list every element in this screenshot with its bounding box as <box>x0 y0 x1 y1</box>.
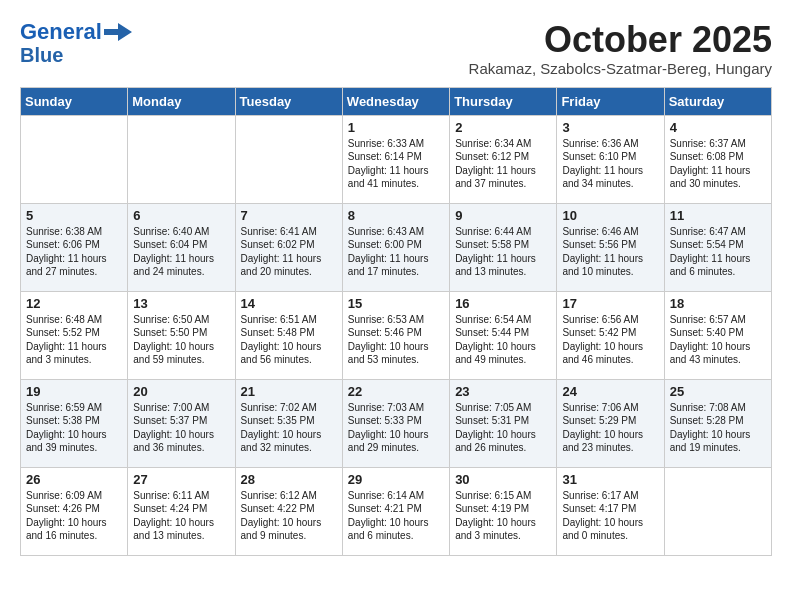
day-info: Sunrise: 7:03 AM Sunset: 5:33 PM Dayligh… <box>348 401 444 455</box>
calendar-cell <box>21 115 128 203</box>
day-info: Sunrise: 6:15 AM Sunset: 4:19 PM Dayligh… <box>455 489 551 543</box>
calendar-cell: 6Sunrise: 6:40 AM Sunset: 6:04 PM Daylig… <box>128 203 235 291</box>
day-number: 3 <box>562 120 658 135</box>
day-info: Sunrise: 6:12 AM Sunset: 4:22 PM Dayligh… <box>241 489 337 543</box>
day-number: 4 <box>670 120 766 135</box>
day-info: Sunrise: 7:06 AM Sunset: 5:29 PM Dayligh… <box>562 401 658 455</box>
calendar-cell: 23Sunrise: 7:05 AM Sunset: 5:31 PM Dayli… <box>450 379 557 467</box>
logo-blue: Blue <box>20 44 63 66</box>
day-info: Sunrise: 6:47 AM Sunset: 5:54 PM Dayligh… <box>670 225 766 279</box>
day-info: Sunrise: 6:50 AM Sunset: 5:50 PM Dayligh… <box>133 313 229 367</box>
calendar-table: SundayMondayTuesdayWednesdayThursdayFrid… <box>20 87 772 556</box>
day-number: 9 <box>455 208 551 223</box>
logo-icon <box>104 23 132 41</box>
calendar-cell: 2Sunrise: 6:34 AM Sunset: 6:12 PM Daylig… <box>450 115 557 203</box>
day-info: Sunrise: 7:00 AM Sunset: 5:37 PM Dayligh… <box>133 401 229 455</box>
weekday-header-tuesday: Tuesday <box>235 87 342 115</box>
calendar-cell: 11Sunrise: 6:47 AM Sunset: 5:54 PM Dayli… <box>664 203 771 291</box>
day-number: 16 <box>455 296 551 311</box>
calendar-cell: 27Sunrise: 6:11 AM Sunset: 4:24 PM Dayli… <box>128 467 235 555</box>
svg-marker-0 <box>104 23 132 41</box>
title-block: October 2025 Rakamaz, Szabolcs-Szatmar-B… <box>469 20 772 77</box>
day-info: Sunrise: 6:36 AM Sunset: 6:10 PM Dayligh… <box>562 137 658 191</box>
month-title: October 2025 <box>469 20 772 60</box>
calendar-cell: 13Sunrise: 6:50 AM Sunset: 5:50 PM Dayli… <box>128 291 235 379</box>
calendar-cell <box>235 115 342 203</box>
day-info: Sunrise: 6:38 AM Sunset: 6:06 PM Dayligh… <box>26 225 122 279</box>
calendar-cell: 24Sunrise: 7:06 AM Sunset: 5:29 PM Dayli… <box>557 379 664 467</box>
calendar-cell: 28Sunrise: 6:12 AM Sunset: 4:22 PM Dayli… <box>235 467 342 555</box>
page-header: General Blue October 2025 Rakamaz, Szabo… <box>20 20 772 77</box>
day-number: 25 <box>670 384 766 399</box>
day-number: 29 <box>348 472 444 487</box>
day-info: Sunrise: 6:43 AM Sunset: 6:00 PM Dayligh… <box>348 225 444 279</box>
day-info: Sunrise: 6:57 AM Sunset: 5:40 PM Dayligh… <box>670 313 766 367</box>
day-info: Sunrise: 6:37 AM Sunset: 6:08 PM Dayligh… <box>670 137 766 191</box>
day-info: Sunrise: 6:56 AM Sunset: 5:42 PM Dayligh… <box>562 313 658 367</box>
day-info: Sunrise: 6:11 AM Sunset: 4:24 PM Dayligh… <box>133 489 229 543</box>
day-number: 8 <box>348 208 444 223</box>
day-info: Sunrise: 6:46 AM Sunset: 5:56 PM Dayligh… <box>562 225 658 279</box>
day-info: Sunrise: 6:33 AM Sunset: 6:14 PM Dayligh… <box>348 137 444 191</box>
calendar-cell: 10Sunrise: 6:46 AM Sunset: 5:56 PM Dayli… <box>557 203 664 291</box>
day-number: 21 <box>241 384 337 399</box>
day-info: Sunrise: 6:51 AM Sunset: 5:48 PM Dayligh… <box>241 313 337 367</box>
weekday-header-sunday: Sunday <box>21 87 128 115</box>
day-number: 24 <box>562 384 658 399</box>
weekday-header-thursday: Thursday <box>450 87 557 115</box>
calendar-cell: 26Sunrise: 6:09 AM Sunset: 4:26 PM Dayli… <box>21 467 128 555</box>
calendar-cell: 3Sunrise: 6:36 AM Sunset: 6:10 PM Daylig… <box>557 115 664 203</box>
calendar-cell: 25Sunrise: 7:08 AM Sunset: 5:28 PM Dayli… <box>664 379 771 467</box>
day-number: 12 <box>26 296 122 311</box>
weekday-header-wednesday: Wednesday <box>342 87 449 115</box>
day-number: 22 <box>348 384 444 399</box>
calendar-cell <box>128 115 235 203</box>
calendar-cell: 22Sunrise: 7:03 AM Sunset: 5:33 PM Dayli… <box>342 379 449 467</box>
day-info: Sunrise: 6:44 AM Sunset: 5:58 PM Dayligh… <box>455 225 551 279</box>
weekday-header-monday: Monday <box>128 87 235 115</box>
day-info: Sunrise: 6:34 AM Sunset: 6:12 PM Dayligh… <box>455 137 551 191</box>
day-info: Sunrise: 6:59 AM Sunset: 5:38 PM Dayligh… <box>26 401 122 455</box>
day-number: 10 <box>562 208 658 223</box>
day-info: Sunrise: 7:02 AM Sunset: 5:35 PM Dayligh… <box>241 401 337 455</box>
day-number: 6 <box>133 208 229 223</box>
day-number: 1 <box>348 120 444 135</box>
day-number: 20 <box>133 384 229 399</box>
calendar-cell: 20Sunrise: 7:00 AM Sunset: 5:37 PM Dayli… <box>128 379 235 467</box>
day-number: 23 <box>455 384 551 399</box>
calendar-cell: 17Sunrise: 6:56 AM Sunset: 5:42 PM Dayli… <box>557 291 664 379</box>
day-number: 5 <box>26 208 122 223</box>
day-number: 15 <box>348 296 444 311</box>
day-number: 30 <box>455 472 551 487</box>
calendar-cell: 29Sunrise: 6:14 AM Sunset: 4:21 PM Dayli… <box>342 467 449 555</box>
calendar-cell: 15Sunrise: 6:53 AM Sunset: 5:46 PM Dayli… <box>342 291 449 379</box>
calendar-cell: 4Sunrise: 6:37 AM Sunset: 6:08 PM Daylig… <box>664 115 771 203</box>
calendar-cell: 9Sunrise: 6:44 AM Sunset: 5:58 PM Daylig… <box>450 203 557 291</box>
calendar-cell: 7Sunrise: 6:41 AM Sunset: 6:02 PM Daylig… <box>235 203 342 291</box>
day-info: Sunrise: 7:08 AM Sunset: 5:28 PM Dayligh… <box>670 401 766 455</box>
day-number: 19 <box>26 384 122 399</box>
day-number: 31 <box>562 472 658 487</box>
day-number: 11 <box>670 208 766 223</box>
calendar-cell: 18Sunrise: 6:57 AM Sunset: 5:40 PM Dayli… <box>664 291 771 379</box>
day-info: Sunrise: 6:40 AM Sunset: 6:04 PM Dayligh… <box>133 225 229 279</box>
calendar-cell: 21Sunrise: 7:02 AM Sunset: 5:35 PM Dayli… <box>235 379 342 467</box>
weekday-header-saturday: Saturday <box>664 87 771 115</box>
calendar-cell: 12Sunrise: 6:48 AM Sunset: 5:52 PM Dayli… <box>21 291 128 379</box>
day-info: Sunrise: 7:05 AM Sunset: 5:31 PM Dayligh… <box>455 401 551 455</box>
weekday-header-friday: Friday <box>557 87 664 115</box>
day-info: Sunrise: 6:54 AM Sunset: 5:44 PM Dayligh… <box>455 313 551 367</box>
day-number: 2 <box>455 120 551 135</box>
day-info: Sunrise: 6:48 AM Sunset: 5:52 PM Dayligh… <box>26 313 122 367</box>
logo: General Blue <box>20 20 132 66</box>
location-subtitle: Rakamaz, Szabolcs-Szatmar-Bereg, Hungary <box>469 60 772 77</box>
calendar-cell: 16Sunrise: 6:54 AM Sunset: 5:44 PM Dayli… <box>450 291 557 379</box>
day-number: 7 <box>241 208 337 223</box>
day-number: 28 <box>241 472 337 487</box>
day-number: 26 <box>26 472 122 487</box>
day-info: Sunrise: 6:53 AM Sunset: 5:46 PM Dayligh… <box>348 313 444 367</box>
day-number: 18 <box>670 296 766 311</box>
calendar-cell: 30Sunrise: 6:15 AM Sunset: 4:19 PM Dayli… <box>450 467 557 555</box>
day-number: 27 <box>133 472 229 487</box>
day-info: Sunrise: 6:41 AM Sunset: 6:02 PM Dayligh… <box>241 225 337 279</box>
